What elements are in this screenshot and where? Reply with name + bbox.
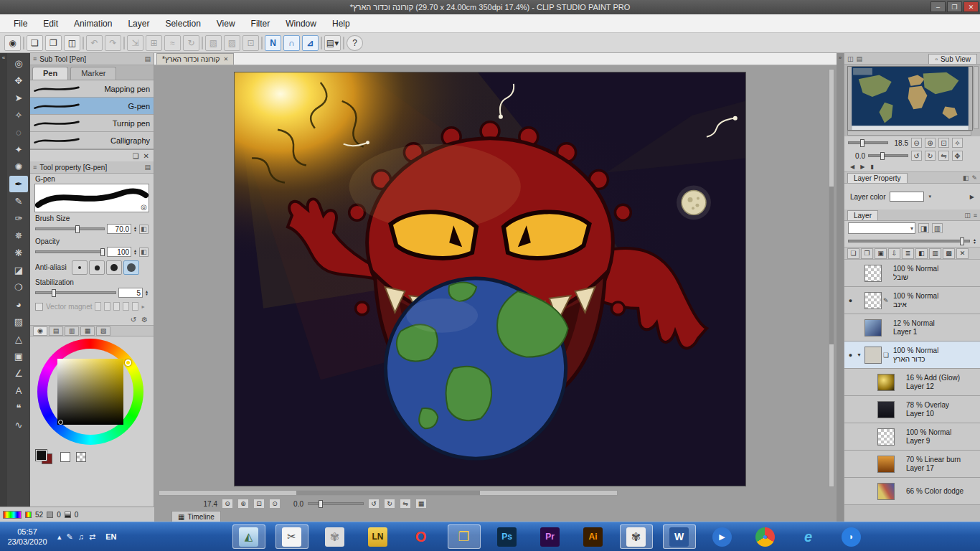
document-close-icon[interactable]: ✕: [223, 56, 228, 62]
taskbar-app-button[interactable]: Ai: [577, 524, 610, 549]
tool-button[interactable]: ❍: [9, 279, 28, 296]
title-bar[interactable]: *קורונה וכדור הארץ (29.70 x 24.00cm 350d…: [0, 0, 980, 14]
panel-options-icon[interactable]: ▤: [144, 55, 151, 62]
toolbar-button[interactable]: [321, 37, 322, 50]
clipping-icon[interactable]: ▥: [932, 223, 943, 233]
transparent-color-chip[interactable]: [76, 452, 86, 462]
layer-opacity-slider[interactable]: [848, 240, 970, 242]
color-history-tab[interactable]: ▧: [96, 326, 110, 336]
toolbar-button[interactable]: ❐: [45, 35, 62, 51]
minimize-button[interactable]: –: [930, 1, 946, 12]
rotate-cw-icon[interactable]: ↻: [384, 499, 395, 509]
brush-size-value[interactable]: 70.0: [107, 224, 131, 234]
merge-layer-icon[interactable]: ≣: [902, 248, 914, 259]
opacity-value[interactable]: 100: [107, 247, 131, 257]
subview-vertical-scrollbar[interactable]: [974, 66, 979, 129]
rotate-ccw-icon[interactable]: ↺: [368, 499, 380, 509]
subtool-brush-row[interactable]: G-pen: [30, 98, 154, 115]
layer-row[interactable]: 70 % Linear burn Layer 17: [844, 451, 980, 478]
taskbar-app-button[interactable]: ❐: [448, 524, 481, 549]
tool-button[interactable]: ▨: [9, 314, 28, 330]
saturation-value-box[interactable]: [57, 359, 123, 425]
toolbar-button[interactable]: ⇲: [127, 35, 143, 51]
color-wheel-tab[interactable]: ◉: [33, 326, 47, 336]
collapse-left-icon[interactable]: «: [2, 55, 5, 61]
brush-size-slider[interactable]: [35, 227, 105, 230]
zoom-out-icon[interactable]: ⊖: [222, 499, 233, 509]
opacity-slider[interactable]: [35, 250, 105, 253]
toolbar-button[interactable]: [261, 37, 263, 50]
subtool-tab[interactable]: Pen: [32, 67, 68, 80]
new-raster-layer-icon[interactable]: ❏: [847, 248, 859, 259]
opacity-stepper[interactable]: ▲▼: [133, 249, 137, 255]
taskbar-app-button[interactable]: ✾: [319, 524, 352, 549]
toolbar-button[interactable]: ▨: [224, 35, 240, 51]
taskbar-app-button[interactable]: Pr: [534, 524, 567, 549]
onion-skin-icon[interactable]: ▥: [929, 248, 941, 259]
toolbar-button[interactable]: [83, 37, 84, 50]
tool-button[interactable]: ◪: [9, 262, 28, 278]
subview-tab[interactable]: ▫ Sub View: [928, 54, 977, 64]
layer-visibility-icon[interactable]: ●: [846, 297, 855, 304]
rotation-slider[interactable]: [308, 502, 364, 505]
subview-fit-icon[interactable]: ⊡: [938, 138, 949, 148]
hue-value[interactable]: 52: [35, 511, 43, 519]
tool-button[interactable]: A: [9, 382, 28, 399]
taskbar-clock[interactable]: 05:57 23/03/2020: [0, 527, 55, 547]
taskbar-app-button[interactable]: ●: [749, 524, 782, 549]
white-color-chip[interactable]: [60, 452, 70, 462]
stabilization-slider[interactable]: [35, 291, 116, 294]
tool-button[interactable]: ❋: [9, 245, 28, 261]
tool-button[interactable]: ✺: [9, 159, 28, 175]
effect-icon[interactable]: ◧: [963, 174, 969, 182]
menu-item[interactable]: View: [209, 16, 243, 32]
panel-menu-icon[interactable]: ≡: [974, 212, 977, 219]
toolbar-button[interactable]: ↶: [86, 35, 103, 51]
toolbar-button[interactable]: [123, 37, 125, 50]
color-slider-tab[interactable]: ▦: [80, 326, 95, 336]
toolbar-button[interactable]: ↷: [105, 35, 121, 51]
brush-size-dynamics-icon[interactable]: ◧: [139, 225, 149, 234]
color-mixer-tab[interactable]: ▥: [65, 326, 79, 336]
delete-layer-icon[interactable]: ✕: [956, 248, 969, 259]
subview-zoom-slider[interactable]: [848, 141, 888, 144]
taskbar-app-button[interactable]: Ps: [491, 524, 524, 549]
saturation-value[interactable]: 0: [57, 511, 61, 519]
layer-property-tab[interactable]: Layer Property: [847, 173, 908, 183]
layer-visibility-icon[interactable]: ●: [846, 352, 855, 359]
taskbar-app-button[interactable]: ◭: [232, 524, 265, 549]
stabilization-stepper[interactable]: ▲▼: [145, 290, 149, 296]
tray-icon[interactable]: ▴: [57, 532, 62, 542]
color-wheel[interactable]: [30, 336, 154, 450]
toolbar-button[interactable]: ⊿: [302, 35, 319, 51]
layer-row[interactable]: 100 % Normal שובל: [844, 260, 980, 287]
panel-options-icon[interactable]: ▤: [144, 164, 151, 171]
toolbar-button[interactable]: ∩: [283, 35, 300, 51]
tool-button[interactable]: ◕: [9, 296, 28, 313]
tool-button[interactable]: ✒: [9, 176, 28, 192]
subtool-brush-row[interactable]: Calligraphy: [30, 132, 154, 149]
subview-rotation-slider[interactable]: [868, 154, 908, 157]
tray-icon[interactable]: ♫: [78, 532, 84, 541]
lock-opacity-icon[interactable]: ◨: [918, 223, 929, 233]
subview-zoom-out-icon[interactable]: ⊖: [911, 138, 922, 148]
subview-rotate-ccw-icon[interactable]: ↺: [911, 151, 922, 161]
actual-size-icon[interactable]: ⊙: [269, 499, 281, 509]
tool-button[interactable]: ∠: [9, 365, 28, 382]
color-set-tab[interactable]: ▤: [49, 326, 63, 336]
collapse-right-strip[interactable]: »: [837, 53, 844, 522]
subtool-brush-row[interactable]: Turnip pen: [30, 115, 154, 132]
subview-flip-icon[interactable]: ⇋: [938, 151, 949, 161]
close-button[interactable]: ✕: [963, 1, 979, 12]
zoom-in-icon[interactable]: ⊕: [237, 499, 249, 509]
tool-button[interactable]: ∿: [9, 417, 28, 433]
menu-item[interactable]: Window: [278, 16, 324, 32]
toolbar-button[interactable]: ?: [347, 35, 363, 51]
taskbar-app-button[interactable]: ▶: [706, 524, 739, 549]
flip-horizontal-icon[interactable]: ▦: [415, 499, 427, 509]
new-folder-icon[interactable]: ▣: [875, 248, 887, 259]
tool-button[interactable]: ◌: [9, 124, 28, 141]
toolbar-button[interactable]: ◫: [64, 35, 80, 51]
toolbar-button[interactable]: ≈: [164, 35, 181, 51]
anti-aliasing-strong[interactable]: [123, 260, 139, 275]
